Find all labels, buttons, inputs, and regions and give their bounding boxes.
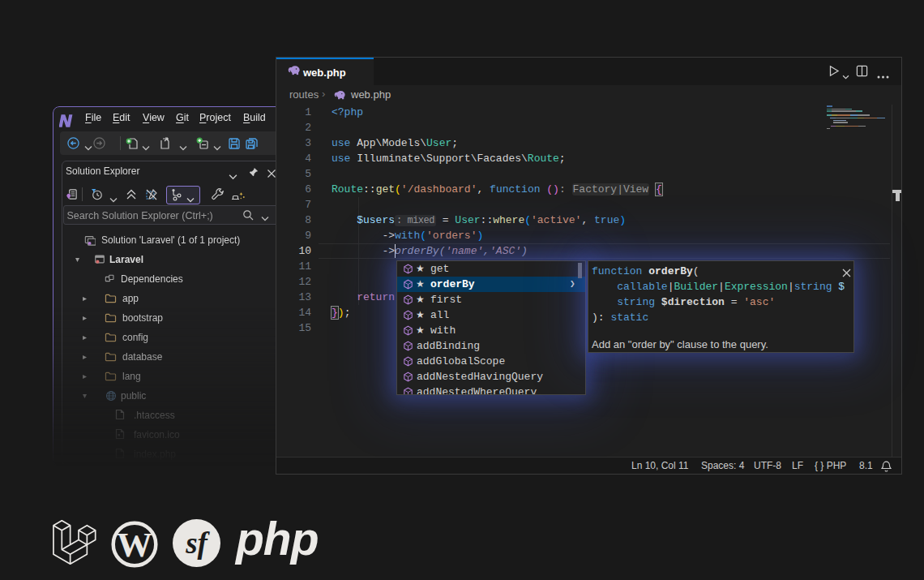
- svg-text:sf: sf: [185, 526, 210, 560]
- svg-text:N: N: [59, 113, 72, 129]
- svg-text:W: W: [117, 526, 152, 564]
